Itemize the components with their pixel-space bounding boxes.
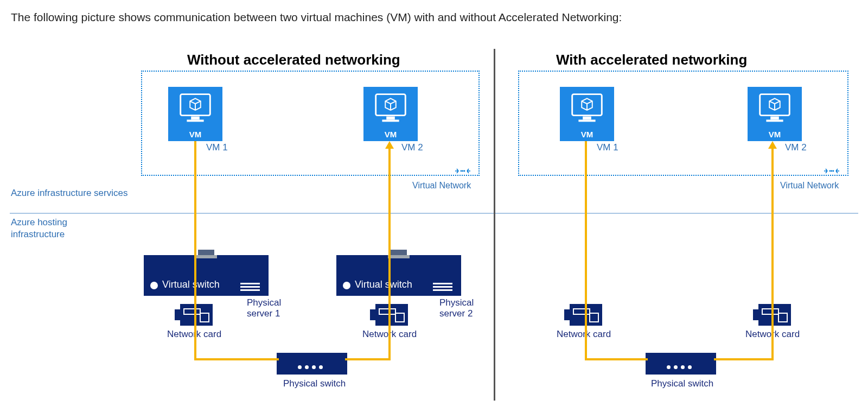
arrow-up-icon: [385, 141, 394, 149]
vm-icon: [560, 87, 614, 129]
vm-icon: [168, 87, 222, 129]
connector: [194, 141, 196, 358]
left-vswitch2-label: Virtual switch: [355, 279, 412, 290]
arrow-up-icon: [768, 141, 777, 149]
svg-rect-17: [766, 119, 783, 122]
left-server2-label-a: Physical: [439, 297, 474, 308]
layer-divider: [10, 213, 858, 214]
svg-rect-16: [770, 117, 779, 120]
connector: [585, 358, 648, 360]
left-vm2-caption: VM 2: [401, 142, 423, 153]
right-vm2-caption: VM 2: [785, 142, 807, 153]
right-vm1-icon-label: VM: [560, 130, 614, 139]
left-title: Without accelerated networking: [187, 52, 400, 68]
svg-rect-8: [382, 119, 399, 122]
vnet-icon: [455, 166, 471, 176]
right-vm1: VM: [560, 87, 614, 141]
left-vm1-icon-label: VM: [168, 130, 222, 139]
vnet-icon: [824, 166, 840, 176]
left-vm2: VM: [363, 87, 418, 141]
center-divider: [494, 49, 495, 401]
vm-icon: [363, 87, 418, 129]
svg-rect-13: [583, 117, 591, 120]
connector: [771, 149, 774, 360]
right-pswitch-label: Physical switch: [651, 378, 713, 389]
svg-point-0: [461, 170, 462, 172]
diagram-root: The following picture shows communicatio…: [0, 0, 868, 406]
left-vm1: VM: [168, 87, 222, 141]
right-title: With accelerated networking: [556, 52, 747, 68]
connector: [388, 149, 391, 360]
svg-rect-7: [386, 117, 395, 120]
connector: [714, 358, 774, 360]
connector: [345, 358, 391, 360]
connector: [194, 358, 279, 360]
svg-point-9: [829, 170, 831, 172]
left-vswitch1: Virtual switch: [144, 255, 269, 296]
left-nic2: [375, 304, 408, 326]
right-vnet-label: Virtual Network: [780, 181, 839, 191]
left-vswitch2: Virtual switch: [336, 255, 461, 296]
left-vm2-icon-label: VM: [363, 130, 418, 139]
vm-icon: [748, 87, 802, 129]
left-vswitch1-label: Virtual switch: [162, 279, 220, 290]
svg-point-2: [464, 170, 465, 172]
left-nic1: [180, 304, 213, 326]
svg-point-11: [833, 170, 834, 172]
svg-rect-4: [191, 117, 200, 120]
region-top-label: Azure infrastructure services: [11, 188, 127, 199]
region-bottom-label-2: infrastructure: [11, 229, 65, 240]
right-pswitch: [646, 353, 716, 375]
left-vnet-label: Virtual Network: [412, 181, 471, 191]
right-vm2-icon-label: VM: [748, 130, 802, 139]
svg-point-10: [831, 170, 833, 172]
right-vm2: VM: [748, 87, 802, 141]
svg-rect-5: [187, 119, 203, 122]
left-pswitch: [277, 353, 347, 375]
connector: [585, 141, 587, 358]
svg-point-1: [462, 170, 464, 172]
svg-rect-14: [578, 119, 595, 122]
right-nic2: [758, 304, 791, 326]
right-vm1-caption: VM 1: [597, 142, 618, 153]
left-server1-label-a: Physical: [247, 297, 281, 308]
intro-text: The following picture shows communicatio…: [11, 11, 622, 24]
region-bottom-label-1: Azure hosting: [11, 217, 67, 228]
left-pswitch-label: Physical switch: [283, 378, 346, 389]
right-nic1-label: Network card: [557, 329, 611, 340]
left-server2-label-b: server 2: [439, 308, 473, 319]
left-server1-label-b: server 1: [247, 308, 280, 319]
left-vm1-caption: VM 1: [206, 142, 228, 153]
